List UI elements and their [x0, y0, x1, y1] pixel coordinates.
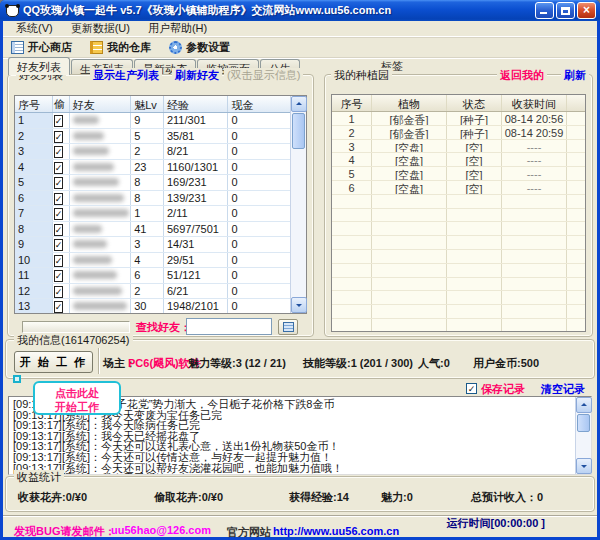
- table-row[interactable]: 4✓231160/13010: [15, 160, 290, 176]
- column-header: 状态: [447, 95, 502, 111]
- column-header: [567, 95, 585, 111]
- table-row[interactable]: 2✓535/810: [15, 129, 290, 145]
- table-row[interactable]: 7✓12/110: [15, 206, 290, 222]
- scroll-up-icon[interactable]: [576, 397, 592, 413]
- column-header: 好友: [70, 96, 132, 112]
- callout-text-line2: 开始工作: [35, 400, 119, 414]
- steal-checkbox[interactable]: ✓: [54, 208, 64, 220]
- table-row[interactable]: 6[空盘][空]----: [332, 181, 585, 195]
- cell-steal: ✓: [53, 299, 70, 313]
- close-button[interactable]: ×: [577, 2, 596, 19]
- title-bar[interactable]: QQ玫瑰小镇一起牛 v5.7《玫瑰小镇辅助程序》交流网站www.uu56.com…: [0, 0, 600, 21]
- cell-cash: 0: [228, 191, 290, 206]
- runtime-counter: 运行时间[00:00:00 ]: [447, 516, 545, 531]
- cell-charm-lv: 23: [131, 160, 164, 175]
- bug-report-email-link[interactable]: uu56hao@126.com: [111, 524, 211, 536]
- steal-checkbox[interactable]: ✓: [54, 224, 64, 236]
- official-site-link[interactable]: http://www.uu56.com.cn: [273, 525, 399, 537]
- table-row[interactable]: 5✓8169/2310: [15, 175, 290, 191]
- menu-item-0[interactable]: 系统(V): [9, 20, 60, 37]
- table-row[interactable]: 9✓314/310: [15, 237, 290, 253]
- steal-checkbox[interactable]: ✓: [54, 270, 64, 282]
- steal-checkbox[interactable]: ✓: [54, 131, 64, 143]
- refresh-friends-link[interactable]: 刷新好友: [172, 68, 222, 83]
- scroll-up-icon[interactable]: [291, 96, 307, 112]
- menu-item-1[interactable]: 更新数据(U): [64, 20, 137, 37]
- window-title: QQ玫瑰小镇一起牛 v5.7《玫瑰小镇辅助程序》交流网站www.uu56.com…: [23, 3, 535, 18]
- cell-plant: [空盘]: [372, 153, 447, 166]
- cell-friend-name: [70, 191, 132, 206]
- minimize-button[interactable]: [535, 2, 554, 19]
- table-row[interactable]: 1[郁金香][种子]08-14 20:56: [332, 112, 585, 126]
- steal-checkbox[interactable]: ✓: [54, 286, 64, 298]
- tab-0[interactable]: 好友列表: [8, 57, 70, 75]
- log-scrollbar[interactable]: [575, 397, 591, 474]
- scrollbar-thumb[interactable]: [577, 414, 590, 432]
- cell-steal: ✓: [53, 160, 70, 175]
- steal-checkbox[interactable]: ✓: [54, 193, 64, 205]
- table-row[interactable]: 8✓415697/75010: [15, 222, 290, 238]
- column-header: 序号: [332, 95, 372, 111]
- save-log-checkbox[interactable]: ✓: [466, 383, 477, 394]
- table-row[interactable]: 4[空盘][空]----: [332, 153, 585, 167]
- table-row[interactable]: 11✓651/1210: [15, 268, 290, 284]
- start-work-button[interactable]: 开 始 工 作: [14, 351, 93, 373]
- friends-scrollbar[interactable]: [290, 96, 306, 313]
- cell-empty: [447, 250, 502, 263]
- show-production-link[interactable]: 显示生产列表: [90, 68, 162, 83]
- menu-item-2[interactable]: 用户帮助(H): [141, 20, 214, 37]
- back-to-mine-link[interactable]: 返回我的: [497, 68, 547, 83]
- cell-cash: 0: [228, 222, 290, 237]
- cell-friend-name: [70, 253, 132, 268]
- maximize-icon: [561, 7, 570, 15]
- cell-empty: [447, 195, 502, 208]
- steal-checkbox[interactable]: ✓: [54, 115, 64, 127]
- cell-extra: [567, 112, 585, 125]
- app-icon-cow: [6, 5, 19, 17]
- cell-seq: 2: [332, 126, 372, 139]
- table-row[interactable]: 3✓28/210: [15, 144, 290, 160]
- cell-cash: 0: [228, 113, 290, 128]
- cell-empty: [502, 305, 567, 318]
- table-row[interactable]: 12✓26/210: [15, 284, 290, 300]
- charm-level: 魅力等级:3 (12 / 21): [188, 356, 286, 371]
- user-coins: 用户金币:500: [473, 356, 539, 371]
- cell-empty: [447, 291, 502, 304]
- table-row[interactable]: 3[空盘][空]----: [332, 140, 585, 154]
- table-row[interactable]: 1✓9211/3010: [15, 113, 290, 129]
- steal-checkbox[interactable]: ✓: [54, 301, 64, 313]
- steal-checkbox[interactable]: ✓: [54, 177, 64, 189]
- friends-groupbox: 好友列表 显示生产列表 刷新好友 (双击显示信息) 序号偷好友魅Lv经验现金 1…: [7, 74, 314, 337]
- cell-plant: [空盘]: [372, 167, 447, 180]
- cell-charm-lv: 1: [131, 206, 164, 221]
- table-row[interactable]: 2[郁金香][种子]08-14 20:59: [332, 126, 585, 140]
- scroll-down-icon[interactable]: [291, 297, 307, 313]
- table-row[interactable]: 10✓429/510: [15, 253, 290, 269]
- cell-plant: [空盘]: [372, 140, 447, 153]
- clear-log-link[interactable]: 清空记录: [541, 382, 585, 397]
- toolbar-button-shop[interactable]: 开心商店: [7, 39, 76, 56]
- toolbar-button-gear[interactable]: 参数设置: [165, 39, 234, 56]
- cell-empty: [447, 305, 502, 318]
- toolbar-button-warehouse[interactable]: 我的仓库: [86, 39, 155, 56]
- steal-checkbox[interactable]: ✓: [54, 255, 64, 267]
- cell-seq: 13: [15, 299, 53, 313]
- maximize-button[interactable]: [556, 2, 575, 19]
- search-icon: [283, 322, 294, 332]
- minimize-icon: [540, 12, 547, 14]
- garden-group-title: 我的种植园: [331, 68, 392, 83]
- steal-checkbox[interactable]: ✓: [54, 239, 64, 251]
- table-row-empty: [332, 195, 585, 209]
- my-info-group-title: 我的信息(1614706254): [14, 333, 133, 348]
- steal-checkbox[interactable]: ✓: [54, 162, 64, 174]
- cell-empty: [567, 195, 585, 208]
- table-row[interactable]: 6✓8139/2310: [15, 191, 290, 207]
- cell-exp: 14/31: [164, 237, 229, 252]
- table-row[interactable]: 13✓301948/21010: [15, 299, 290, 313]
- refresh-garden-link[interactable]: 刷新: [561, 68, 589, 83]
- scrollbar-thumb[interactable]: [292, 113, 305, 149]
- table-row[interactable]: 5[空盘][空]----: [332, 167, 585, 181]
- cell-seq: 9: [15, 237, 53, 252]
- steal-checkbox[interactable]: ✓: [54, 146, 64, 158]
- cell-steal: ✓: [53, 175, 70, 190]
